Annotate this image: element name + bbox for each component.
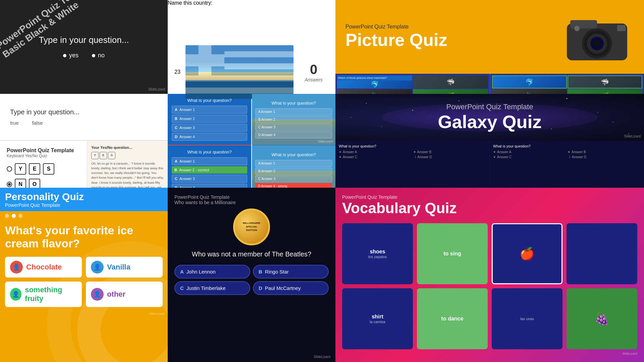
avatar-chocolate: 👤: [10, 261, 23, 274]
millionaire-show-name: Who wants to be a Millionaire: [174, 200, 236, 205]
personality-title: Personality Quiz: [5, 191, 163, 202]
millionaire-logo: SlideLizard: [314, 355, 330, 359]
millionaire-ans-c: C Justin Timberlake: [174, 281, 250, 295]
svg-point-31: [551, 129, 552, 129]
galaxy-p2-question: What is your question?: [493, 144, 641, 148]
option-no: no: [92, 52, 105, 59]
label-vanilla: Vanilla: [107, 263, 130, 272]
galaxy-panel-2: What is your question? ✦ Answer A ✦ Answ…: [490, 141, 644, 188]
avatar-other: 👤: [91, 288, 104, 301]
galaxy-p1-question: What is your question?: [339, 144, 486, 148]
avatar-vanilla: 👤: [91, 261, 104, 274]
svg-rect-20: [617, 25, 626, 31]
svg-point-24: [459, 101, 459, 101]
cell-black-white: PowerPoint Quiz TemplateBasic Black & Wh…: [0, 0, 168, 94]
rotated-title: PowerPoint Quiz TemplateBasic Black & Wh…: [0, 0, 103, 60]
svg-point-29: [381, 126, 382, 127]
picture-quiz-title: Picture Quiz: [345, 30, 553, 50]
cell-millionaire: PowerPoint Quiz Template Who wants to be…: [168, 188, 335, 362]
galaxy-panel-1: What is your question? ✦ Answer A ✦ Answ…: [335, 141, 490, 188]
question-text: Type in your question...: [39, 35, 129, 45]
yes-row: Y E S: [7, 163, 80, 175]
galaxy-logo: SlideLizard: [624, 134, 641, 138]
key-s: S: [43, 163, 54, 175]
galaxy-p2-answers: ✦ Answer A ✦ Answer B ✦ Answer C ☽ Answe…: [493, 150, 641, 159]
vocab-logo: SlideLizard: [342, 352, 637, 355]
answer-vanilla: 👤 Vanilla: [86, 257, 163, 278]
dot-yes: [63, 54, 66, 57]
truefalse-panel: Type in your question... true false: [0, 94, 168, 141]
vocab-card-dance: to dance: [417, 288, 488, 349]
answer-fruity: 👤 something fruity: [5, 282, 82, 307]
millionaire-answers: A John Lennon B Ringo Star C Justin Timb…: [174, 265, 329, 295]
yes-no-question: Your Yes/No question...: [91, 145, 164, 150]
apple-emoji: 🍎: [520, 247, 535, 261]
mammal-panel-left: Which of these pictures show mammals? 🐬 …: [335, 74, 490, 94]
picture-quiz-title-area: PowerPoint Quiz Template Picture Quiz: [345, 24, 553, 50]
galaxy-template-label: PowerPoint Quiz Template: [438, 103, 541, 111]
millionaire-question: Who was not a member of The Beatles?: [192, 250, 311, 258]
cell-truefalse-keyboard: Type in your question... true false Powe…: [0, 94, 168, 188]
cell-personality-quiz: Personality Quiz PowerPoint Quiz Templat…: [0, 188, 168, 362]
yes-keys-display: Y E S: [91, 152, 164, 159]
answers-count: 0: [299, 62, 329, 77]
vocab-card-apple: 🍎: [492, 223, 562, 284]
galaxy-bottom-panels: What is your question? ✦ Answer A ✦ Answ…: [335, 141, 644, 188]
vocab-template-label: PowerPoint Quiz Template: [342, 194, 637, 200]
personality-answers: 👤 Chocolate 👤 Vanilla 👤 something fruity…: [0, 253, 168, 310]
millionaire-template-label: PowerPoint Quiz Template: [174, 194, 230, 200]
logo-personality: SlideLizard: [0, 310, 168, 317]
svg-rect-14: [570, 20, 597, 28]
svg-point-27: [597, 112, 598, 113]
mammal-panels: Which of these pictures show mammals? 🐬 …: [335, 74, 644, 94]
label-chocolate: Chocolate: [26, 263, 62, 272]
flag-image: [185, 45, 293, 99]
vocab-card-shoes: shoes los zapatos: [342, 223, 413, 284]
cell-picture-quiz: PowerPoint Quiz Template Picture Quiz: [335, 0, 644, 94]
answer-chocolate: 👤 Chocolate: [5, 257, 82, 278]
svg-point-22: [366, 103, 367, 104]
label-other: other: [107, 290, 125, 299]
truefalse-question: Type in your question...: [10, 108, 158, 116]
vocab-card-empty1: [567, 223, 637, 284]
mammal-panel-right: 🐬 🦈 🦎 🌿: [490, 74, 644, 94]
svg-point-21: [574, 26, 580, 31]
galaxy-content: PowerPoint Quiz Template Galaxy Quiz: [438, 103, 541, 132]
key-y: Y: [15, 163, 26, 175]
grapes-emoji: 🍇: [594, 312, 609, 326]
personality-top-bar: Personality Quiz PowerPoint Quiz Templat…: [0, 188, 168, 211]
radio-no: [7, 182, 12, 187]
country-header: Name this country:: [168, 0, 335, 6]
qa-panels: What is your question? A Answer 1 B Answ…: [168, 94, 335, 196]
cell-summer-qa: PowerPoint Quiz Template Summer Breeze S…: [168, 94, 335, 188]
question-number: 23: [174, 69, 180, 75]
cell-vocabulary-quiz: PowerPoint Quiz Template Vocabulary Quiz…: [335, 188, 644, 362]
qa2-question: What is your question?: [255, 101, 332, 106]
personality-question: What's your favorite ice cream flavor?: [0, 221, 168, 253]
option-yes: yes: [63, 52, 78, 59]
cell-galaxy-quiz: PowerPoint Quiz Template Galaxy Quiz Sli…: [335, 94, 644, 188]
answers-label: Answers: [299, 77, 329, 82]
vocab-card-sing: to sing: [417, 223, 488, 284]
truefalse-options: true false: [10, 120, 158, 126]
svg-point-23: [412, 110, 413, 111]
svg-point-26: [567, 98, 568, 99]
millionaire-medallion: MILLIONAIRESPECIALEDITION: [233, 208, 270, 245]
svg-point-28: [613, 122, 613, 122]
key-e: E: [29, 163, 40, 175]
vocab-card-shirt: shirt la camisa: [342, 288, 413, 349]
picture-quiz-subtitle: PowerPoint Quiz Template: [345, 24, 553, 30]
vocab-grid: shoes los zapatos to sing 🍎 shirt la cam…: [342, 223, 637, 349]
svg-point-33: [628, 133, 629, 134]
galaxy-main: PowerPoint Quiz Template Galaxy Quiz Sli…: [335, 94, 644, 141]
answers-area: 0 Answers: [299, 62, 329, 82]
answer-other: 👤 other: [86, 282, 163, 307]
qa-panel-2: What is your question? A Answer 1 B Answ…: [252, 94, 335, 145]
personality-subtitle: PowerPoint Quiz Template: [5, 202, 163, 208]
galaxy-title: Galaxy Quiz: [438, 111, 541, 132]
camera-image: [560, 7, 634, 67]
galaxy-p1-answers: ✦ Answer A ✦ Answer B ✦ Answer C ☽ Answe…: [339, 150, 486, 159]
radio-yes: [7, 166, 12, 172]
dots-indicator: [0, 211, 168, 221]
keyboard-subtitle: Keyboard Yes/No Quiz: [7, 154, 80, 158]
